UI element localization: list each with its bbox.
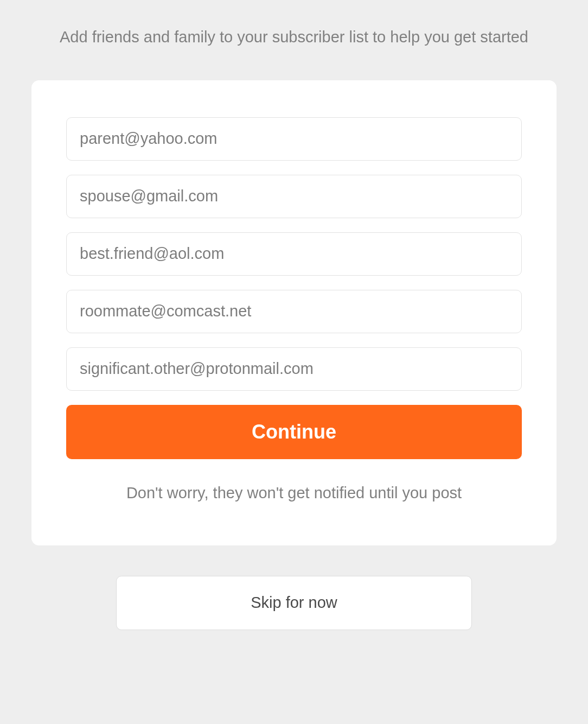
form-card: Continue Don't worry, they won't get not… [31, 80, 557, 545]
page-subtitle: Add friends and family to your subscribe… [31, 27, 557, 48]
continue-button[interactable]: Continue [66, 405, 522, 459]
email-input-5[interactable] [66, 347, 522, 391]
email-input-3[interactable] [66, 232, 522, 276]
email-input-2[interactable] [66, 175, 522, 218]
skip-button[interactable]: Skip for now [116, 576, 472, 630]
email-input-4[interactable] [66, 290, 522, 333]
email-input-1[interactable] [66, 117, 522, 161]
disclaimer-text: Don't worry, they won't get notified unt… [66, 484, 522, 502]
